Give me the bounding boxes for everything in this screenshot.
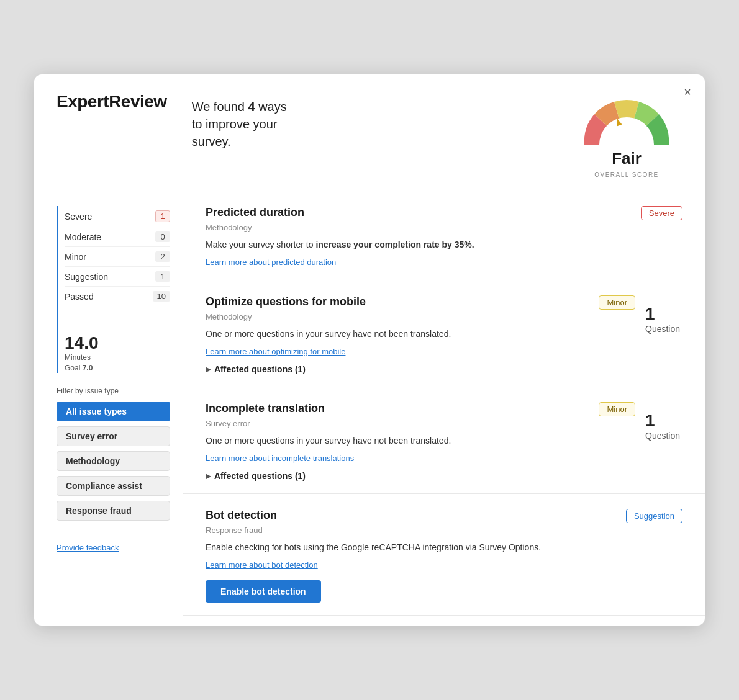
provide-feedback-link[interactable]: Provide feedback (57, 543, 119, 552)
issue-header-4: Bot detection Suggestion (206, 509, 682, 523)
issue-header-3: Incomplete translation Minor (206, 402, 635, 416)
duration-unit: Minutes (65, 353, 170, 362)
affected-label-3: Affected questions (1) (214, 471, 306, 481)
issue-body-1: Make your survey shorter to increase you… (206, 238, 682, 251)
affected-arrow-3: ▶ (206, 472, 211, 480)
question-block-3: 1 Question (645, 411, 682, 441)
issue-card-predicted-duration: Predicted duration Severe Methodology Ma… (183, 191, 705, 280)
score-badge-suggestion: 1 (155, 271, 170, 282)
gauge-block: Fair OVERALL SCORE (571, 92, 682, 179)
affected-toggle-3[interactable]: ▶ Affected questions (1) (206, 471, 306, 481)
score-label-suggestion: Suggestion (65, 272, 108, 282)
issue-category-4: Response fraud (206, 526, 682, 535)
question-count-2: 1 (645, 304, 682, 324)
issue-link-1[interactable]: Learn more about predicted duration (206, 258, 336, 267)
filter-buttons: All issue types Survey error Methodology… (57, 402, 170, 521)
expert-review-modal: × ExpertReview We found 4 waysto improve… (34, 74, 705, 626)
found-count: 4 (248, 100, 255, 114)
issue-category-3: Survey error (206, 419, 635, 428)
score-label-moderate: Moderate (65, 232, 101, 242)
duration-goal: Goal 7.0 (65, 364, 93, 372)
score-row-moderate: Moderate 0 (65, 227, 170, 247)
score-row-minor: Minor 2 (65, 247, 170, 267)
score-badge-moderate: 0 (155, 231, 170, 242)
score-row-passed: Passed 10 (65, 287, 170, 306)
score-badge-severe: 1 (155, 210, 170, 222)
issue-header-2: Optimize questions for mobile Minor (206, 295, 635, 310)
score-label-minor: Minor (65, 252, 86, 262)
gauge-score-sub: OVERALL SCORE (594, 171, 659, 178)
filter-survey-error[interactable]: Survey error (57, 426, 170, 446)
issue-list: Predicted duration Severe Methodology Ma… (183, 191, 705, 626)
issue-badge-3: Minor (599, 402, 635, 416)
close-button[interactable]: × (684, 86, 691, 98)
filter-label: Filter by issue type (57, 387, 170, 395)
issue-header-1: Predicted duration Severe (206, 206, 682, 220)
issue-title-4: Bot detection (206, 509, 277, 522)
sidebar: Severe 1 Moderate 0 Minor 2 Suggestion 1 (34, 191, 183, 626)
score-table-accent: Severe 1 Moderate 0 Minor 2 Suggestion 1 (57, 206, 170, 373)
modal-header: ExpertReview We found 4 waysto improve y… (34, 74, 705, 191)
found-text: We found 4 waysto improve yoursurvey. (192, 98, 546, 150)
issue-title-1: Predicted duration (206, 206, 304, 219)
issue-category-2: Methodology (206, 312, 635, 321)
question-block-2: 1 Question (645, 304, 682, 334)
filter-methodology[interactable]: Methodology (57, 451, 170, 471)
issue-body-3: One or more questions in your survey hav… (206, 434, 635, 447)
question-count-3: 1 (645, 411, 682, 431)
brand-title: ExpertReview (57, 92, 167, 111)
duration-value: 14.0 (65, 333, 99, 352)
affected-label-2: Affected questions (1) (214, 364, 306, 374)
question-label-2: Question (645, 324, 680, 334)
modal-body: Severe 1 Moderate 0 Minor 2 Suggestion 1 (34, 191, 705, 626)
score-badge-minor: 2 (155, 251, 170, 262)
issue-badge-1: Severe (641, 206, 682, 220)
filter-compliance-assist[interactable]: Compliance assist (57, 476, 170, 496)
gauge-chart (577, 92, 676, 148)
score-row-suggestion: Suggestion 1 (65, 267, 170, 287)
enable-bot-detection-button[interactable]: Enable bot detection (206, 580, 321, 603)
question-label-3: Question (645, 431, 680, 441)
issue-card-incomplete-translation: Incomplete translation Minor Survey erro… (183, 387, 705, 494)
brand-block: ExpertReview (57, 92, 167, 112)
score-label-severe: Severe (65, 212, 92, 222)
filter-all-issue-types[interactable]: All issue types (57, 402, 170, 421)
issue-badge-4: Suggestion (626, 509, 682, 523)
affected-toggle-2[interactable]: ▶ Affected questions (1) (206, 364, 306, 374)
score-label-passed: Passed (65, 292, 94, 302)
gauge-score: Fair (594, 149, 659, 168)
issue-link-2[interactable]: Learn more about optimizing for mobile (206, 347, 345, 356)
issue-badge-2: Minor (599, 295, 635, 310)
gauge-label: Fair OVERALL SCORE (594, 149, 659, 179)
issue-body-2: One or more questions in your survey hav… (206, 328, 635, 341)
issue-link-4[interactable]: Learn more about bot detection (206, 560, 318, 570)
issue-title-2: Optimize questions for mobile (206, 295, 366, 308)
issue-card-bot-detection: Bot detection Suggestion Response fraud … (183, 494, 705, 616)
issue-category-1: Methodology (206, 223, 682, 232)
score-table: Severe 1 Moderate 0 Minor 2 Suggestion 1 (65, 206, 170, 306)
duration-block: 14.0 Minutes Goal 7.0 (65, 323, 170, 373)
issue-card-optimize-mobile: Optimize questions for mobile Minor Meth… (183, 280, 705, 387)
filter-response-fraud[interactable]: Response fraud (57, 501, 170, 521)
score-badge-passed: 10 (153, 291, 170, 302)
issue-title-3: Incomplete translation (206, 402, 325, 415)
affected-arrow-2: ▶ (206, 366, 211, 374)
header-summary: We found 4 waysto improve yoursurvey. (192, 92, 546, 150)
issue-body-4: Enable checking for bots using the Googl… (206, 541, 682, 554)
score-row-severe: Severe 1 (65, 206, 170, 227)
issue-link-3[interactable]: Learn more about incomplete translations (206, 454, 354, 463)
